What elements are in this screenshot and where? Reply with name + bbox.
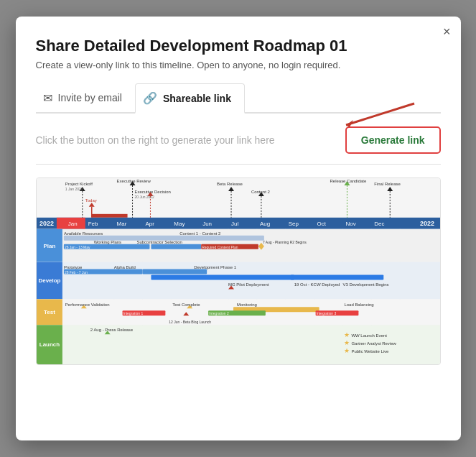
svg-text:Launch: Launch (39, 341, 59, 348)
svg-text:Integration 2: Integration 2 (209, 311, 229, 315)
svg-text:2 Aug - Press Release: 2 Aug - Press Release (90, 328, 133, 332)
svg-text:Alpha Build: Alpha Build (113, 265, 135, 269)
svg-text:★: ★ (344, 339, 350, 346)
svg-text:Release Candidate: Release Candidate (330, 179, 366, 183)
svg-text:20 Jun 2022: 20 Jun 2022 (134, 195, 154, 199)
svg-text:Today: Today (85, 198, 96, 203)
svg-text:Beta Release: Beta Release (217, 182, 243, 186)
svg-text:★: ★ (344, 331, 350, 338)
svg-text:Subcontractor Selection: Subcontractor Selection (136, 240, 182, 244)
svg-text:Jun: Jun (202, 221, 212, 227)
svg-text:Aug: Aug (259, 221, 269, 227)
svg-text:Test Complete: Test Complete (172, 303, 200, 307)
svg-text:28 Feb - 7 Jun: 28 Feb - 7 Jun (64, 270, 87, 274)
svg-text:Final Release: Final Release (374, 182, 401, 186)
svg-rect-30 (91, 214, 127, 218)
svg-text:Sep: Sep (288, 221, 299, 227)
link-placeholder-text: Click the button on the right to generat… (36, 134, 275, 146)
tab-shareable-link[interactable]: 🔗 Shareable link (135, 83, 245, 114)
svg-text:Load Balancing: Load Balancing (344, 303, 373, 307)
timeline-preview-container: Project Kickoff 1 Jan 2022 Executive Rev… (36, 177, 441, 365)
share-modal: × Share Detailed Development Roadmap 01 … (16, 17, 461, 440)
svg-text:Develop: Develop (38, 277, 60, 284)
svg-text:Available Resources: Available Resources (63, 231, 102, 236)
svg-text:Integration 3: Integration 3 (316, 311, 336, 315)
svg-text:1 Jan 2022: 1 Jan 2022 (65, 187, 83, 191)
tab-link-label: Shareable link (163, 93, 231, 104)
svg-text:Nov: Nov (345, 221, 355, 227)
svg-text:Executive Decision: Executive Decision (134, 190, 170, 194)
svg-text:V3 Development Begins: V3 Development Begins (342, 282, 388, 287)
svg-rect-74 (37, 262, 440, 300)
svg-text:Prototype: Prototype (63, 265, 82, 269)
modal-title: Share Detailed Development Roadmap 01 (36, 37, 441, 55)
tab-email-label: Invite by email (58, 92, 122, 103)
svg-text:12 Jun - Beta Blog Launch: 12 Jun - Beta Blog Launch (169, 320, 211, 324)
modal-subtitle: Create a view-only link to this timeline… (36, 60, 441, 70)
svg-rect-81 (142, 269, 207, 274)
svg-text:Gartner Analyst Review: Gartner Analyst Review (351, 341, 396, 346)
svg-rect-68 (151, 244, 201, 249)
svg-text:WW Launch Event: WW Launch Event (351, 333, 387, 338)
svg-text:Dec: Dec (374, 221, 384, 227)
svg-line-0 (346, 103, 414, 125)
svg-text:Feb: Feb (88, 221, 98, 227)
svg-text:Required Content Plan: Required Content Plan (202, 245, 238, 249)
svg-text:Content 1 - Content 2: Content 1 - Content 2 (179, 231, 221, 236)
svg-text:2022: 2022 (420, 220, 434, 227)
tab-invite-email[interactable]: ✉ Invite by email (36, 83, 135, 114)
svg-text:Plan: Plan (43, 243, 55, 249)
svg-text:Development Phase 1: Development Phase 1 (194, 265, 236, 269)
svg-text:2022: 2022 (39, 220, 54, 227)
svg-text:Test: Test (44, 309, 55, 315)
svg-text:7 Aug - Planning R2 Begins: 7 Aug - Planning R2 Begins (262, 240, 306, 244)
svg-text:★: ★ (344, 347, 350, 354)
svg-rect-84 (290, 275, 383, 280)
svg-text:Working Plans: Working Plans (93, 240, 121, 244)
svg-text:Monitoring: Monitoring (237, 303, 257, 307)
link-icon: 🔗 (143, 91, 157, 105)
svg-text:Mar: Mar (116, 221, 126, 227)
timeline-svg: Project Kickoff 1 Jan 2022 Executive Rev… (37, 178, 440, 364)
svg-text:Integration 1: Integration 1 (123, 311, 143, 315)
svg-text:Oct: Oct (317, 221, 326, 227)
svg-text:Performance Validation: Performance Validation (65, 303, 109, 307)
svg-text:19 Oct - KCW Deployed: 19 Oct - KCW Deployed (294, 282, 340, 287)
arrow-indicator (339, 100, 418, 131)
email-icon: ✉ (43, 91, 52, 105)
svg-rect-83 (151, 275, 294, 280)
svg-text:Project Kickoff: Project Kickoff (65, 182, 92, 186)
svg-text:Executive Review: Executive Review (116, 179, 151, 183)
svg-text:Jan: Jan (67, 221, 77, 227)
svg-text:Apr: Apr (145, 221, 154, 227)
svg-text:26 Jan - 13 May: 26 Jan - 13 May (64, 245, 90, 249)
close-button[interactable]: × (443, 25, 451, 38)
svg-text:MG Pilot Deployment: MG Pilot Deployment (228, 282, 269, 287)
svg-text:May: May (174, 221, 185, 227)
svg-text:Public Website Live: Public Website Live (351, 349, 389, 354)
svg-text:Content 2: Content 2 (251, 190, 270, 194)
svg-text:Jul: Jul (231, 221, 238, 227)
